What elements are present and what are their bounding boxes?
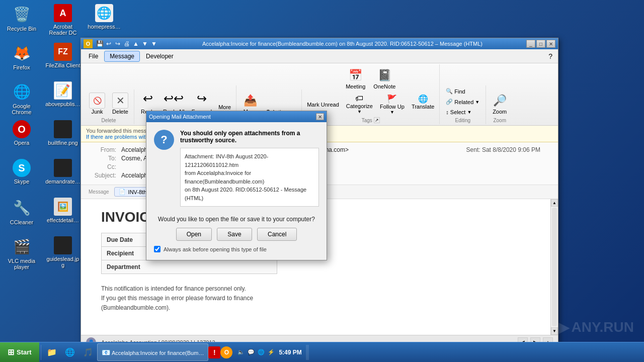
homepress-icon[interactable]: 🌐 homepress…: [87, 4, 122, 42]
taskbar-ie-btn[interactable]: 🌐: [61, 343, 79, 361]
meeting-btn[interactable]: 📅 Meeting: [343, 65, 368, 92]
attachment-info-line2: from Accelalpha:Invoice for finance(Bumb…: [185, 169, 314, 186]
dialog-question-icon: ?: [154, 130, 174, 150]
builtfine-icon[interactable]: builtfine.png: [45, 120, 80, 158]
maximize-btn[interactable]: □: [536, 40, 545, 48]
taskbar-folder-btn[interactable]: 📁: [43, 343, 61, 361]
ccleaner-icon[interactable]: 🔧 CCleaner: [4, 198, 39, 235]
scroll-down-btn[interactable]: ▼: [551, 327, 558, 335]
tags-top-buttons: 📅 Meeting 📓 OneNote: [343, 65, 398, 92]
firefox-icon[interactable]: 🦊 Firefox: [4, 43, 39, 80]
start-button[interactable]: ⊞ Start: [0, 342, 39, 363]
window-controls: _ □ ✕: [526, 40, 555, 48]
cancel-btn[interactable]: Cancel: [257, 228, 297, 241]
redo-quick-btn[interactable]: ↪: [113, 39, 122, 48]
scroll-up-btn[interactable]: ▲: [551, 199, 558, 207]
guideslead-icon[interactable]: guideslead.jpg: [45, 236, 80, 274]
dialog-warning-text: You should only open attachments from a …: [180, 130, 319, 211]
taskbar-system-icons: 🔈 💬 🌐 ⚡: [237, 349, 275, 355]
editing-group-label: Editing: [455, 118, 470, 123]
taskbar-circle-btn[interactable]: O: [220, 346, 232, 358]
chrome-icon[interactable]: 🌐 Google Chrome: [4, 81, 39, 119]
related-btn[interactable]: 🔗 Related ▼: [442, 97, 483, 107]
dialog-top: ? You should only open attachments from …: [154, 130, 319, 211]
mail-attachment-dialog: Opening Mail Attachment ✕ ? You should o…: [146, 111, 327, 260]
taskbar-media-btn[interactable]: 🎵: [79, 343, 97, 361]
quick-access-bar: O 💾 ↩ ↪ 🖨 ▲ ▼ ▼ Accelalpha:Invoice for f…: [81, 38, 558, 49]
onenote-btn[interactable]: 📓 OneNote: [370, 65, 398, 92]
help-btn[interactable]: ?: [545, 51, 555, 61]
opera-icon[interactable]: O Opera: [4, 120, 39, 158]
prev-quick-btn[interactable]: ▲: [131, 39, 140, 48]
message-menu[interactable]: Message: [104, 51, 140, 62]
delete-group-label: Delete: [102, 118, 116, 123]
file-menu[interactable]: File: [84, 51, 103, 61]
dialog-body: ? You should only open attachments from …: [146, 122, 327, 260]
anyrun-watermark: ▶ ANY.RUN: [556, 318, 634, 337]
abovepublis-icon[interactable]: 📝 abovepublis…: [45, 81, 80, 119]
translate-btn[interactable]: 🌐 Translate: [409, 93, 437, 116]
dropdown-quick-btn[interactable]: ▼: [149, 39, 158, 48]
zoom-group-label: Zoom: [493, 118, 506, 123]
ribbon-group-delete: 🚫 Junk ✕ Delete Delete: [84, 89, 134, 124]
invoice-note: This notification is intended for financ…: [101, 284, 530, 313]
minimize-btn[interactable]: _: [526, 40, 535, 48]
find-btn[interactable]: 🔍 Find: [442, 86, 483, 96]
taskbar-right: 🔈 💬 🌐 ⚡ 5:49 PM: [232, 345, 313, 360]
select-btn[interactable]: ↕ Select ▼: [442, 108, 483, 117]
save-btn[interactable]: Save: [217, 228, 252, 241]
followup-btn[interactable]: 🚩 Follow Up ▼: [377, 93, 407, 116]
show-desktop-btn[interactable]: [306, 345, 309, 360]
outlook-header: O 💾 ↩ ↪ 🖨 ▲ ▼ ▼ Accelalpha:Invoice for f…: [81, 38, 558, 49]
dialog-title-bar: Opening Mail Attachment ✕: [146, 111, 327, 122]
attachment-info-box: Attachment: INV-8th August 2020-12121206…: [180, 148, 319, 207]
acrobat-icon[interactable]: A Acrobat Reader DC: [45, 4, 80, 42]
zoom-btn[interactable]: 🔎 Zoom: [489, 90, 511, 117]
dialog-buttons: Open Save Cancel: [154, 228, 319, 241]
desktop: 🗑️ Recycle Bin A Acrobat Reader DC 🌐 hom…: [0, 0, 644, 362]
always-ask-checkbox[interactable]: [154, 246, 160, 252]
checkbox-row: Always ask before opening this type of f…: [154, 246, 319, 252]
effectdetail-icon[interactable]: 🖼️ effectdetail…: [45, 198, 80, 235]
close-btn[interactable]: ✕: [546, 40, 555, 48]
filezilla-icon[interactable]: FZ FileZilla Client: [45, 43, 80, 80]
taskbar-outlook-item[interactable]: 📧 Accelalpha:Invoice for finance(Bum…: [97, 343, 209, 361]
junk-btn[interactable]: 🚫 Junk: [86, 90, 108, 117]
sent-info: Sent: Sat 8/8/2020 9:06 PM: [466, 146, 540, 153]
attachment-info-line3: on 8th August 2020. RID:06512-50612 - Me…: [185, 186, 314, 202]
window-title: Accelalpha:Invoice for finance(Bumbleand…: [158, 41, 526, 47]
outlook-logo: O: [84, 39, 93, 48]
skype-icon[interactable]: S Skype: [4, 159, 39, 197]
scrollbar[interactable]: ▲ ▼: [550, 199, 558, 335]
developer-menu[interactable]: Developer: [141, 51, 179, 61]
warning-text: You should only open attachments from a …: [180, 130, 319, 144]
open-btn[interactable]: Open: [176, 228, 212, 241]
vlc-icon[interactable]: 🎬 VLC media player: [4, 236, 39, 274]
checkbox-label: Always ask before opening this type of f…: [164, 246, 267, 252]
tags-dialog-btn[interactable]: ↗: [374, 117, 380, 123]
tags-group-area: Tags ↗: [362, 117, 380, 123]
next-quick-btn[interactable]: ▼: [140, 39, 149, 48]
taskbar-clock[interactable]: 5:49 PM: [279, 349, 301, 356]
ribbon-group-editing: 🔍 Find 🔗 Related ▼ ↕ Select ▼: [440, 85, 486, 124]
dialog-close-btn[interactable]: ✕: [316, 113, 324, 120]
taskbar: ⊞ Start 📁 🌐 🎵 📧 Accelalpha:Invoice for f…: [0, 342, 644, 362]
ribbon-group-zoom: 🔎 Zoom Zoom: [486, 89, 513, 124]
menu-bar: File Message Developer ?: [81, 49, 558, 63]
dialog-title: Opening Mail Attachment: [149, 114, 211, 120]
save-quick-btn[interactable]: 💾: [95, 39, 104, 48]
delete-buttons: 🚫 Junk ✕ Delete: [86, 90, 131, 117]
undo-quick-btn[interactable]: ↩: [104, 39, 113, 48]
categorize-btn[interactable]: 🏷 Categorize ▼: [344, 93, 375, 116]
attachment-info-line1: Attachment: INV-8th August 2020-12121206…: [185, 152, 314, 169]
recycle-bin-icon[interactable]: 🗑️ Recycle Bin: [4, 4, 39, 42]
taskbar-security-btn[interactable]: !: [208, 346, 220, 358]
editing-buttons: 🔍 Find 🔗 Related ▼ ↕ Select ▼: [442, 86, 483, 117]
dialog-question-text: Would you like to open the file or save …: [154, 216, 319, 223]
delete-btn[interactable]: ✕ Delete: [109, 90, 131, 117]
scroll-thumb[interactable]: [552, 208, 557, 326]
table-row: Department: [102, 260, 277, 274]
print-quick-btn[interactable]: 🖨: [122, 39, 131, 48]
demandrate-icon[interactable]: demandrate…: [45, 159, 80, 197]
